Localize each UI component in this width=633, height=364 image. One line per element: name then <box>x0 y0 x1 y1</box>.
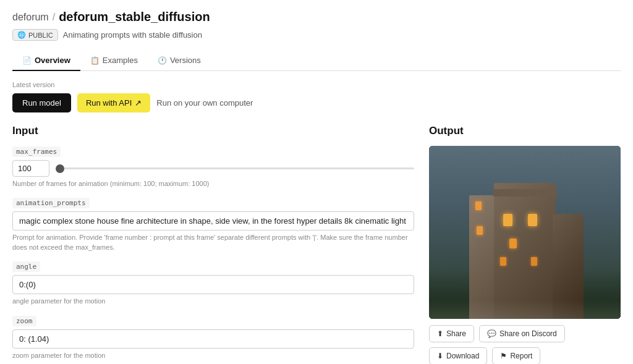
angle-label: angle <box>12 261 40 272</box>
download-button[interactable]: ⬇ Download <box>429 347 487 364</box>
tab-overview[interactable]: 📄 Overview <box>12 51 80 71</box>
share-discord-button[interactable]: 💬 Share on Discord <box>479 325 565 342</box>
action-buttons-row: Run model Run with API ↗ Run on your own… <box>12 93 621 112</box>
output-image <box>429 146 621 319</box>
overview-icon: 📄 <box>22 56 32 65</box>
run-api-button[interactable]: Run with API ↗ <box>77 93 150 112</box>
share-icon: ⬆ <box>437 329 443 338</box>
slider-thumb[interactable] <box>56 164 64 173</box>
versions-icon: 🕐 <box>158 56 167 65</box>
angle-input[interactable] <box>12 275 414 294</box>
subtitle-text: Animating prompts with stable diffusion <box>63 30 202 40</box>
discord-icon: 💬 <box>487 329 496 338</box>
breadcrumb-org[interactable]: deforum <box>12 12 49 23</box>
field-animation-prompts: animation_prompts Prompt for animation. … <box>12 197 414 252</box>
max-frames-label: max_frames <box>12 146 61 157</box>
run-own-computer-button[interactable]: Run on your own computer <box>156 98 253 108</box>
slider-row <box>12 160 414 177</box>
download-icon: ⬇ <box>437 352 443 360</box>
field-angle: angle angle parameter for the motion <box>12 261 414 306</box>
tabs-row: 📄 Overview 📋 Examples 🕐 Versions <box>12 51 621 71</box>
animation-prompts-label: animation_prompts <box>12 198 90 208</box>
tab-versions[interactable]: 🕐 Versions <box>148 51 211 71</box>
output-buttons: ⬆ Share 💬 Share on Discord ⬇ Download ⚑ … <box>429 325 621 364</box>
animation-prompts-description: Prompt for animation. Provide 'frame num… <box>12 233 414 252</box>
public-badge: 🌐 PUBLIC <box>12 29 58 41</box>
share-button[interactable]: ⬆ Share <box>429 325 474 342</box>
angle-description: angle parameter for the motion <box>12 297 414 306</box>
zoom-input[interactable] <box>12 329 414 349</box>
tab-examples[interactable]: 📋 Examples <box>80 51 148 71</box>
globe-icon: 🌐 <box>17 31 26 39</box>
output-panel: Output <box>429 125 621 364</box>
zoom-description: zoom parameter for the motion <box>12 351 414 360</box>
slider-track[interactable] <box>56 167 414 169</box>
breadcrumb-repo[interactable]: deforum_stable_diffusion <box>59 10 210 24</box>
run-model-button[interactable]: Run model <box>12 93 71 112</box>
examples-icon: 📋 <box>90 56 100 65</box>
input-section-title: Input <box>12 125 414 137</box>
field-zoom: zoom zoom parameter for the motion <box>12 315 414 360</box>
main-layout: Input max_frames Number of frames for an… <box>12 125 621 364</box>
field-max-frames: max_frames Number of frames for animatio… <box>12 146 414 188</box>
max-frames-description: Number of frames for animation (minimum:… <box>12 179 414 188</box>
output-section-title: Output <box>429 125 621 137</box>
report-icon: ⚑ <box>500 352 507 360</box>
badge-label: PUBLIC <box>28 32 53 39</box>
latest-version-label: Latest version <box>12 81 621 88</box>
report-button[interactable]: ⚑ Report <box>492 347 540 364</box>
max-frames-input[interactable] <box>12 160 49 177</box>
input-panel: Input max_frames Number of frames for an… <box>12 125 414 364</box>
animation-prompts-input[interactable] <box>12 211 414 231</box>
castle-scene <box>429 146 621 319</box>
breadcrumb-separator: / <box>53 12 55 23</box>
external-link-icon: ↗ <box>135 98 142 108</box>
zoom-label: zoom <box>12 316 36 326</box>
